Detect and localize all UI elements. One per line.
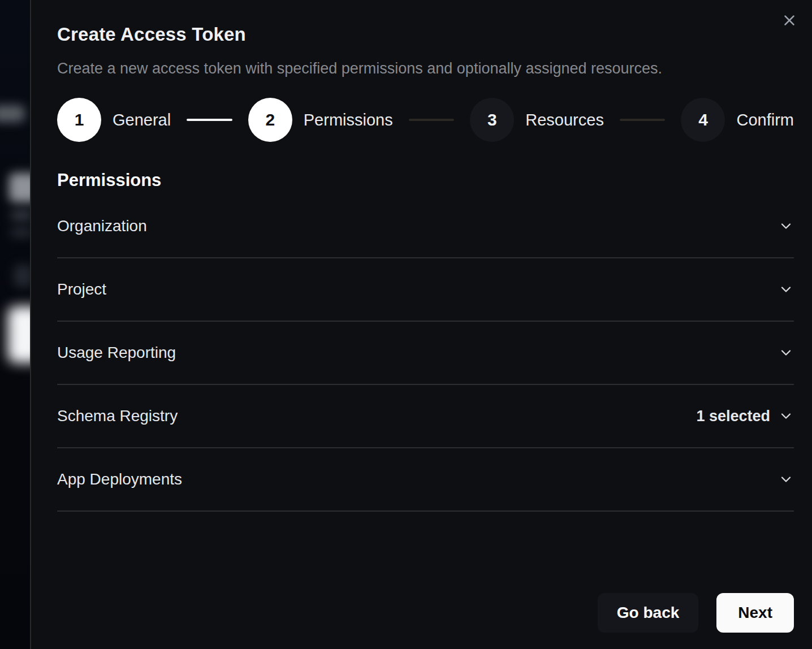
background-blur-content <box>0 105 25 122</box>
step-confirm[interactable]: 4 Confirm <box>681 98 794 142</box>
step-number: 2 <box>248 98 292 142</box>
accordion-organization[interactable]: Organization <box>57 195 794 258</box>
accordion-label: Schema Registry <box>57 407 178 425</box>
background-blur-content <box>8 306 30 363</box>
permissions-accordion-list: Organization Project Usage Reporting <box>57 195 794 512</box>
chevron-down-icon <box>778 408 794 424</box>
step-connector <box>187 119 232 121</box>
background-blur-content <box>14 265 30 287</box>
section-heading-permissions: Permissions <box>57 170 794 191</box>
step-label: Permissions <box>304 111 393 129</box>
background-blur-content <box>10 210 30 220</box>
accordion-app-deployments[interactable]: App Deployments <box>57 448 794 512</box>
background-blur-content <box>9 173 30 202</box>
accordion-project[interactable]: Project <box>57 258 794 322</box>
accordion-label: Usage Reporting <box>57 344 176 362</box>
close-button[interactable] <box>778 9 801 32</box>
next-button[interactable]: Next <box>716 593 794 633</box>
step-number: 4 <box>681 98 725 142</box>
accordion-usage-reporting[interactable]: Usage Reporting <box>57 322 794 385</box>
go-back-button[interactable]: Go back <box>598 593 698 633</box>
accordion-label: Project <box>57 280 106 298</box>
step-number: 1 <box>57 98 101 142</box>
chevron-down-icon <box>778 282 794 297</box>
x-icon <box>781 12 798 29</box>
chevron-down-icon <box>778 218 794 234</box>
background-page <box>0 0 30 649</box>
page-title: Create Access Token <box>57 24 794 45</box>
chevron-down-icon <box>778 471 794 487</box>
step-number: 3 <box>470 98 514 142</box>
step-connector <box>620 119 666 121</box>
wizard-stepper: 1 General 2 Permissions 3 Resources 4 Co… <box>57 98 794 142</box>
create-access-token-modal: Create Access Token Create a new access … <box>30 0 812 649</box>
background-blur-content <box>10 227 30 237</box>
step-resources[interactable]: 3 Resources <box>470 98 604 142</box>
step-general[interactable]: 1 General <box>57 98 171 142</box>
accordion-label: App Deployments <box>57 470 182 488</box>
step-label: General <box>113 111 171 129</box>
modal-footer: Go back Next <box>57 593 794 633</box>
accordion-schema-registry[interactable]: Schema Registry 1 selected <box>57 385 794 448</box>
step-label: Resources <box>525 111 604 129</box>
chevron-down-icon <box>778 345 794 361</box>
accordion-label: Organization <box>57 217 147 235</box>
step-label: Confirm <box>736 111 794 129</box>
modal-subtitle: Create a new access token with specified… <box>57 60 794 77</box>
selection-badge: 1 selected <box>696 408 770 425</box>
step-permissions[interactable]: 2 Permissions <box>248 98 393 142</box>
step-connector <box>409 119 455 121</box>
